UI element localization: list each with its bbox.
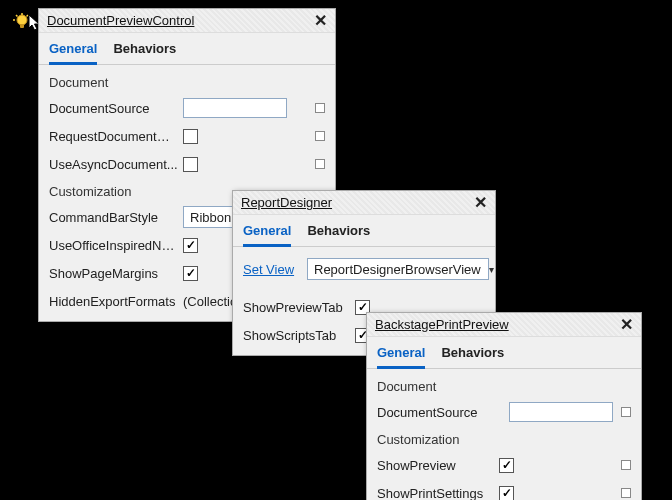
panel-header[interactable]: BackstagePrintPreview ✕ <box>367 313 641 337</box>
tab-behaviors[interactable]: Behaviors <box>113 41 176 64</box>
svg-point-0 <box>17 15 27 25</box>
panel-header[interactable]: ReportDesigner ✕ <box>233 191 495 215</box>
prop-label: ShowPageMargins <box>49 266 179 281</box>
requestdocument-checkbox[interactable] <box>183 129 198 144</box>
property-row: RequestDocumentCr... <box>49 124 325 148</box>
panel-title[interactable]: ReportDesigner <box>241 195 332 210</box>
svg-line-5 <box>16 15 18 17</box>
property-row: ShowPrintSettings <box>377 481 631 500</box>
panel-title[interactable]: DocumentPreviewControl <box>47 13 194 28</box>
documentsource-input[interactable] <box>509 402 613 422</box>
group-document: Document <box>377 379 631 394</box>
setview-link[interactable]: Set View <box>243 262 303 277</box>
showpreview-checkbox[interactable] <box>499 458 514 473</box>
tabs: General Behaviors <box>233 215 495 247</box>
advanced-options-icon[interactable] <box>621 488 631 498</box>
advanced-options-icon[interactable] <box>621 460 631 470</box>
prop-label: ShowPreviewTab <box>243 300 351 315</box>
showpagemargins-checkbox[interactable] <box>183 266 198 281</box>
close-icon[interactable]: ✕ <box>617 316 635 334</box>
property-row: ShowPreview <box>377 453 631 477</box>
property-row: UseAsyncDocument... <box>49 152 325 176</box>
prop-label: DocumentSource <box>377 405 495 420</box>
prop-label: DocumentSource <box>49 101 179 116</box>
advanced-options-icon[interactable] <box>315 131 325 141</box>
prop-label: UseAsyncDocument... <box>49 157 179 172</box>
prop-label: HiddenExportFormats <box>49 294 179 309</box>
prop-label: RequestDocumentCr... <box>49 129 179 144</box>
panel-title[interactable]: BackstagePrintPreview <box>375 317 509 332</box>
tab-behaviors[interactable]: Behaviors <box>441 345 504 368</box>
prop-label: CommandBarStyle <box>49 210 179 225</box>
close-icon[interactable]: ✕ <box>311 12 329 30</box>
advanced-options-icon[interactable] <box>315 103 325 113</box>
tabs: General Behaviors <box>367 337 641 369</box>
prop-label: ShowPreview <box>377 458 495 473</box>
panel-backstage-print-preview: BackstagePrintPreview ✕ General Behavior… <box>366 312 642 500</box>
advanced-options-icon[interactable] <box>621 407 631 417</box>
property-row: DocumentSource <box>377 400 631 424</box>
tabs: General Behaviors <box>39 33 335 65</box>
smart-tag-lightbulb[interactable] <box>12 12 32 32</box>
prop-label: UseOfficeInspiredNa... <box>49 238 179 253</box>
tab-general[interactable]: General <box>377 345 425 369</box>
tab-general[interactable]: General <box>243 223 291 247</box>
tab-general[interactable]: General <box>49 41 97 65</box>
property-row: DocumentSource <box>49 96 325 120</box>
useasync-checkbox[interactable] <box>183 157 198 172</box>
prop-label: ShowPrintSettings <box>377 486 495 501</box>
panel-header[interactable]: DocumentPreviewControl ✕ <box>39 9 335 33</box>
property-row: Set View ReportDesignerBrowserView ▾ <box>243 257 485 281</box>
group-document: Document <box>49 75 325 90</box>
documentsource-input[interactable] <box>183 98 287 118</box>
svg-rect-1 <box>20 24 24 28</box>
svg-line-6 <box>27 15 29 17</box>
setview-select[interactable]: ReportDesignerBrowserView ▾ <box>307 258 489 280</box>
advanced-options-icon[interactable] <box>315 159 325 169</box>
group-customization: Customization <box>377 432 631 447</box>
select-value: Ribbon <box>190 210 231 225</box>
chevron-down-icon: ▾ <box>489 264 494 275</box>
useoffice-checkbox[interactable] <box>183 238 198 253</box>
prop-label: ShowScriptsTab <box>243 328 351 343</box>
select-value: ReportDesignerBrowserView <box>314 262 481 277</box>
close-icon[interactable]: ✕ <box>471 194 489 212</box>
showprintsettings-checkbox[interactable] <box>499 486 514 501</box>
tab-behaviors[interactable]: Behaviors <box>307 223 370 246</box>
